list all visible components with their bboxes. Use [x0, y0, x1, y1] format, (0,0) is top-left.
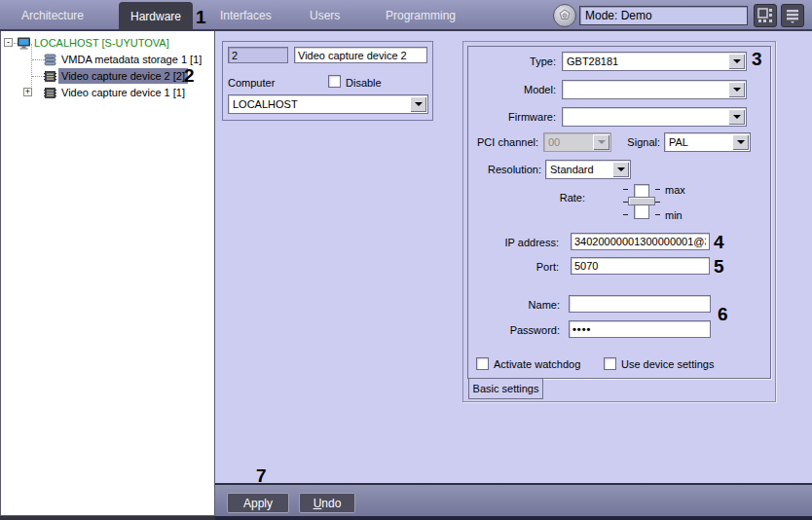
chevron-down-icon	[733, 115, 741, 119]
objects-tree-panel: - LOCALHOST [S-UYUTOVA] VMDA me	[0, 31, 215, 516]
tree-label-video-device-1[interactable]: Video capture device 1 [1]	[61, 85, 185, 100]
panels-menu-button[interactable]	[781, 4, 804, 27]
rate-slider-thumb[interactable]	[628, 197, 655, 205]
port-field[interactable]	[571, 257, 710, 275]
slider-tick	[655, 214, 660, 215]
slider-tick	[623, 202, 628, 203]
undo-label-rest: ndo	[321, 497, 341, 510]
computer-select-value: LOCALHOST	[233, 98, 298, 110]
dropdown-button[interactable]	[728, 109, 745, 125]
computer-select[interactable]: LOCALHOST	[228, 94, 428, 114]
port-label: Port:	[468, 261, 559, 273]
undo-label-initial: U	[314, 497, 322, 510]
use-device-settings-label: Use device settings	[621, 358, 714, 370]
activate-watchdog-checkbox[interactable]	[476, 357, 489, 370]
chevron-down-icon	[737, 140, 745, 144]
device-name-field[interactable]	[294, 47, 427, 63]
type-select-value: GBT28181	[567, 56, 618, 67]
disable-checkbox[interactable]	[328, 75, 341, 88]
layout-grid-icon	[757, 8, 773, 23]
screens-layout-button[interactable]	[754, 4, 777, 27]
menu-hardware-label: Hardware	[130, 10, 181, 23]
signal-select-value: PAL	[669, 136, 688, 148]
dropdown-button[interactable]	[612, 162, 629, 177]
callout-6: 6	[718, 305, 728, 323]
tab-basic-settings[interactable]: Basic settings	[468, 379, 543, 399]
chevron-down-icon	[733, 88, 741, 92]
login-name-label: Name:	[468, 299, 560, 311]
resolution-select[interactable]: Standard	[545, 160, 631, 179]
tree-label-video-device-2[interactable]: Video capture device 2 [2]	[58, 68, 188, 84]
type-label: Type:	[468, 56, 556, 67]
expand-box-icon[interactable]: +	[23, 88, 32, 96]
password-field[interactable]	[569, 320, 711, 338]
dropdown-button[interactable]	[732, 134, 749, 150]
footer-bar: Apply Undo	[215, 483, 812, 520]
tree-label-vmda[interactable]: VMDA metadata storage 1 [1]	[61, 52, 202, 67]
device-id-groupbox: Computer Disable LOCALHOST	[222, 41, 433, 121]
device-settings-panel: Type: GBT28181 3 Model: Firmware: PCI ch…	[462, 41, 776, 402]
capture-card-icon	[44, 87, 56, 103]
model-label: Model:	[468, 84, 556, 95]
collapse-box-icon[interactable]: -	[4, 38, 13, 47]
pci-channel-label: PCI channel:	[468, 136, 538, 148]
computer-label: Computer	[228, 77, 275, 89]
app-logo-button[interactable]	[553, 4, 576, 27]
login-name-field[interactable]	[569, 295, 711, 313]
rate-label: Rate:	[498, 192, 585, 204]
pci-channel-select: 00	[543, 132, 611, 152]
firmware-select[interactable]	[562, 107, 747, 127]
database-icon	[44, 54, 56, 70]
dropdown-button[interactable]	[728, 82, 745, 97]
callout-5: 5	[714, 257, 724, 276]
chevron-down-icon	[617, 167, 625, 171]
slider-tick	[655, 202, 660, 203]
rate-max-label: max	[665, 184, 685, 196]
list-menu-icon	[785, 8, 800, 23]
menu-hardware-active-tab[interactable]: Hardware	[119, 2, 193, 31]
callout-2: 2	[184, 66, 195, 85]
disable-label: Disable	[346, 77, 382, 89]
callout-3: 3	[752, 50, 762, 68]
signal-label: Signal:	[619, 136, 660, 148]
slider-tick	[623, 189, 628, 190]
menu-programming[interactable]: Programming	[386, 9, 456, 22]
ip-address-field[interactable]	[571, 233, 710, 250]
chevron-down-icon	[415, 102, 423, 106]
settings-area: Computer Disable LOCALHOST Type: GBT2818…	[215, 31, 812, 483]
chevron-down-icon	[733, 59, 741, 63]
model-select[interactable]	[562, 80, 747, 99]
resolution-select-value: Standard	[550, 164, 594, 175]
computer-icon	[17, 37, 31, 54]
apply-button[interactable]: Apply	[227, 493, 289, 513]
type-select[interactable]: GBT28181	[562, 52, 747, 71]
activate-watchdog-label: Activate watchdog	[494, 358, 580, 370]
menu-users[interactable]: Users	[310, 9, 340, 22]
application-window: Architecture Hardware Interfaces Users P…	[0, 0, 812, 520]
callout-4: 4	[714, 233, 724, 251]
undo-button[interactable]: Undo	[299, 493, 355, 513]
ip-address-label: IP address:	[468, 237, 559, 248]
sphere-icon	[557, 8, 572, 23]
chevron-down-icon	[598, 140, 606, 144]
menu-interfaces[interactable]: Interfaces	[220, 9, 272, 22]
capture-card-icon	[44, 70, 56, 87]
use-device-settings-checkbox[interactable]	[604, 357, 616, 370]
dropdown-button[interactable]	[728, 54, 745, 69]
dropdown-button	[593, 134, 609, 150]
tree-connector	[32, 59, 44, 60]
top-menu-bar: Architecture Hardware Interfaces Users P…	[0, 0, 812, 31]
mode-field[interactable]: Mode: Demo	[579, 6, 748, 25]
dropdown-button[interactable]	[410, 96, 426, 112]
menu-architecture[interactable]: Architecture	[21, 9, 84, 22]
slider-tick	[623, 214, 628, 215]
signal-select[interactable]: PAL	[664, 132, 751, 152]
device-id-field[interactable]	[228, 47, 288, 63]
callout-1: 1	[196, 8, 206, 26]
firmware-label: Firmware:	[468, 111, 556, 123]
slider-tick	[655, 189, 660, 190]
tree-label-localhost[interactable]: LOCALHOST [S-UYUTOVA]	[34, 35, 169, 51]
rate-min-label: min	[665, 209, 683, 221]
tree-connector	[32, 76, 44, 77]
tree-connector	[31, 44, 32, 93]
